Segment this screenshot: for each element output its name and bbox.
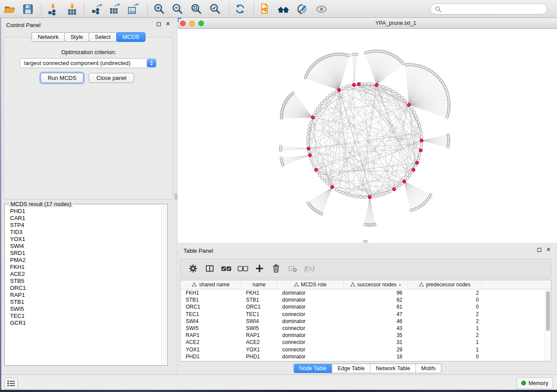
table-cell[interactable]: connector	[277, 339, 344, 345]
refresh-button[interactable]	[232, 2, 247, 16]
zoom-out-button[interactable]	[170, 2, 185, 16]
table-cell[interactable]: TEC1	[242, 311, 277, 317]
zoom-fit-button[interactable]	[189, 2, 204, 16]
close-panel-icon[interactable]: ✕	[166, 22, 170, 26]
tab-mcds[interactable]: MCDS	[116, 32, 145, 42]
first-neighbors-button[interactable]	[276, 2, 291, 16]
column-header[interactable]: name	[242, 280, 277, 289]
column-header[interactable]: MCDS role	[277, 280, 344, 289]
deselect-all-button[interactable]	[235, 260, 251, 277]
result-node-item[interactable]: SWI5	[10, 306, 160, 313]
table-cell[interactable]: ORC1	[180, 304, 242, 310]
table-cell[interactable]: 96	[344, 290, 408, 296]
table-row[interactable]: STB1STB1dominator620	[180, 296, 545, 303]
open-file-button[interactable]	[2, 2, 17, 16]
table-cell[interactable]: STB1	[242, 297, 277, 303]
table-scrollbar[interactable]	[545, 289, 551, 361]
tab-network-table[interactable]: Network Table	[370, 364, 415, 373]
tab-network[interactable]: Network	[31, 32, 65, 42]
table-row[interactable]: ORC1ORC1dominator610	[180, 303, 545, 310]
column-header[interactable]: successor nodes∨	[344, 280, 408, 289]
float-panel-icon[interactable]	[157, 22, 161, 26]
tab-style[interactable]: Style	[64, 32, 89, 42]
table-cell[interactable]: dominator	[277, 354, 344, 360]
tab-select[interactable]: Select	[89, 32, 117, 42]
search-box[interactable]	[430, 3, 547, 14]
table-row[interactable]: PHD1PHD1dominator180	[180, 353, 545, 360]
result-node-item[interactable]: RAP1	[10, 292, 160, 299]
table-cell[interactable]: FKH1	[242, 290, 277, 296]
result-scrollbar[interactable]	[161, 206, 166, 364]
result-node-item[interactable]: CAR1	[10, 215, 160, 222]
clone-network-button[interactable]	[257, 2, 272, 16]
save-session-button[interactable]	[21, 2, 35, 16]
table-cell[interactable]: YOX1	[242, 347, 277, 353]
table-cell[interactable]: connector	[277, 325, 344, 331]
table-cell[interactable]: 46	[344, 318, 408, 324]
table-cell[interactable]: 18	[344, 354, 408, 360]
import-network-button[interactable]	[45, 2, 60, 16]
table-row[interactable]: TEC1TEC1connector472	[180, 311, 545, 318]
result-node-item[interactable]: ORC1	[10, 285, 160, 292]
table-cell[interactable]: 43	[344, 325, 408, 331]
result-node-item[interactable]: ACE2	[10, 271, 160, 278]
run-mcds-button[interactable]: Run MCDS	[41, 73, 83, 83]
result-node-item[interactable]: TID3	[10, 229, 160, 236]
table-row[interactable]: RAP1RAP1dominator352	[180, 332, 545, 339]
import-table-button[interactable]	[65, 2, 80, 16]
table-cell[interactable]: RAP1	[242, 332, 277, 338]
minimize-window-icon[interactable]	[189, 21, 195, 26]
table-cell[interactable]: SWI5	[242, 325, 277, 331]
table-cell[interactable]: 2	[408, 318, 482, 324]
splitter-handle[interactable]	[175, 193, 177, 199]
result-node-item[interactable]: GCR1	[10, 320, 160, 327]
table-cell[interactable]: SWI5	[180, 325, 242, 331]
table-scrollbar-thumb[interactable]	[546, 291, 550, 331]
add-row-button[interactable]	[251, 260, 268, 277]
tab-edge-table[interactable]: Edge Table	[332, 364, 370, 373]
tab-node-table[interactable]: Node Table	[294, 364, 332, 373]
result-node-item[interactable]: STB1	[10, 299, 160, 306]
result-node-item[interactable]: FKH1	[10, 264, 160, 271]
table-row[interactable]: YOX1YOX1connector291	[180, 346, 545, 353]
table-cell[interactable]: SWI4	[242, 318, 277, 324]
delete-row-button[interactable]	[268, 260, 284, 277]
table-cell[interactable]: STB1	[180, 297, 242, 303]
table-row[interactable]: SWI5SWI5connector431	[180, 325, 545, 332]
maximize-window-icon[interactable]	[198, 21, 204, 26]
column-header[interactable]: predecessor nodes	[408, 280, 482, 289]
table-cell[interactable]: connector	[277, 311, 344, 317]
table-cell[interactable]: connector	[277, 347, 344, 353]
result-node-item[interactable]: STP4	[10, 222, 160, 229]
criterion-dropdown[interactable]: largest connected component (undirected)	[20, 58, 157, 68]
table-cell[interactable]: 1	[408, 347, 482, 353]
table-cell[interactable]: PHD1	[242, 354, 277, 360]
select-all-button[interactable]	[218, 260, 235, 277]
table-cell[interactable]: 0	[408, 304, 482, 310]
export-image-button[interactable]	[125, 2, 140, 16]
node-table-body[interactable]: FKH1FKH1dominator962STB1STB1dominator620…	[180, 289, 545, 361]
table-row[interactable]: ACE2ACE2connector311	[180, 339, 545, 346]
table-cell[interactable]: PHD1	[180, 354, 242, 360]
table-cell[interactable]: 0	[408, 354, 482, 360]
table-cell[interactable]: 62	[344, 297, 408, 303]
table-cell[interactable]: 47	[344, 311, 408, 317]
show-all-button[interactable]	[314, 2, 329, 16]
task-history-button[interactable]	[4, 378, 18, 389]
result-node-item[interactable]: SWI4	[10, 243, 160, 250]
table-cell[interactable]: RAP1	[180, 332, 242, 338]
mcds-result-list[interactable]: PHD1CAR1STP4TID3YOX1SWI4SRD1PMA2FKH1ACE2…	[5, 204, 160, 365]
table-cell[interactable]: dominator	[277, 297, 344, 303]
table-cell[interactable]: dominator	[277, 332, 344, 338]
table-cell[interactable]: 2	[408, 311, 482, 317]
show-columns-button[interactable]	[201, 260, 218, 277]
zoom-selected-button[interactable]	[208, 2, 222, 16]
table-cell[interactable]: YOX1	[180, 347, 242, 353]
result-node-item[interactable]: STB5	[10, 278, 160, 285]
table-cell[interactable]: TEC1	[180, 311, 242, 317]
result-node-item[interactable]: PHD1	[10, 208, 160, 215]
export-table-button[interactable]	[107, 2, 122, 16]
table-cell[interactable]: SWI4	[180, 318, 242, 324]
table-cell[interactable]: dominator	[277, 290, 344, 296]
table-row[interactable]: SWI4SWI4dominator462	[180, 318, 545, 325]
